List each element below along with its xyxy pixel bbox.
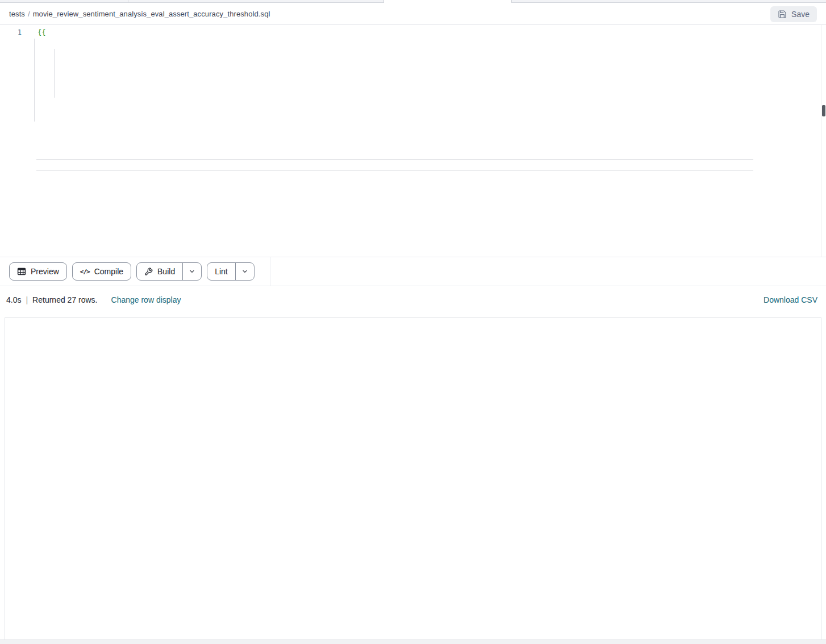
action-toolbar: Preview </> Compile Build Lint [0, 257, 826, 286]
breadcrumb-separator: / [28, 10, 30, 18]
line-number: 1 [0, 27, 36, 37]
file-tab-partial[interactable] [128, 0, 384, 3]
code-line[interactable]: 1{{ [0, 27, 826, 37]
change-row-display-link[interactable]: Change row display [111, 295, 181, 304]
lint-split-button: Lint [207, 262, 255, 281]
save-button[interactable]: Save [770, 6, 817, 22]
save-button-label: Save [791, 10, 810, 19]
ide-window: tests/movie_review_sentiment_analysis_ev… [0, 0, 826, 644]
save-icon [778, 10, 787, 19]
editor-header: tests/movie_review_sentiment_analysis_ev… [0, 3, 826, 25]
editor-scrollbar-track [821, 25, 821, 257]
compile-button-label: Compile [94, 267, 123, 276]
indent-guide [54, 49, 55, 98]
build-dropdown-toggle[interactable] [182, 263, 201, 280]
build-split-button: Build [136, 262, 202, 281]
file-tab-strip [0, 0, 826, 3]
wrench-icon [144, 267, 153, 276]
lint-button[interactable]: Lint [207, 263, 235, 280]
rows-returned-text: Returned 27 rows. [32, 295, 97, 304]
preview-button[interactable]: Preview [9, 262, 67, 281]
file-tab-partial[interactable] [511, 0, 826, 3]
build-button-label: Build [157, 267, 175, 276]
code-icon: </> [80, 268, 90, 275]
lint-dropdown-toggle[interactable] [235, 263, 254, 280]
table-grid-icon [17, 267, 26, 276]
table-bottom-scroll-area[interactable] [0, 639, 826, 644]
active-line-highlight [36, 160, 753, 170]
build-button[interactable]: Build [137, 263, 182, 280]
file-tab-partial[interactable] [0, 0, 128, 3]
query-status-bar: 4.0s | Returned 27 rows. Change row disp… [0, 286, 826, 313]
download-csv-link[interactable]: Download CSV [764, 295, 820, 304]
breadcrumb-root[interactable]: tests [9, 10, 25, 18]
editor-scrollbar-thumb[interactable] [822, 105, 825, 116]
code-text: {{ [36, 27, 45, 37]
breadcrumb-file-name: movie_review_sentiment_analysis_eval_ass… [33, 10, 270, 18]
chevron-down-icon [189, 268, 195, 275]
lint-button-label: Lint [215, 267, 228, 276]
preview-button-label: Preview [31, 267, 59, 276]
results-table-container [5, 317, 821, 639]
toolbar-divider [270, 257, 270, 286]
code-lines: 1{{ [0, 25, 826, 37]
indent-guide [34, 39, 35, 122]
chevron-down-icon [241, 268, 248, 275]
code-editor[interactable]: 1{{ [0, 25, 826, 257]
compile-button[interactable]: </> Compile [72, 262, 131, 281]
breadcrumb: tests/movie_review_sentiment_analysis_ev… [9, 10, 270, 18]
status-divider: | [26, 295, 28, 304]
query-duration: 4.0s [6, 295, 21, 304]
